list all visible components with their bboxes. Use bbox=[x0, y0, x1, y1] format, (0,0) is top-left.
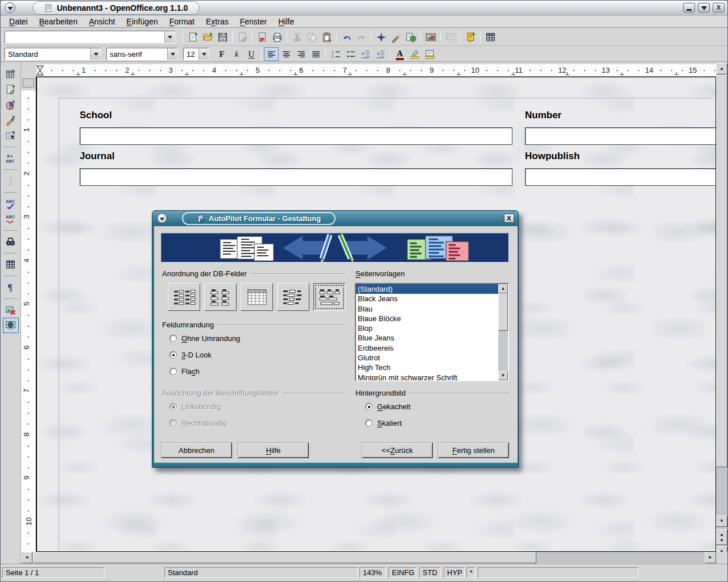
numbered-list-button[interactable]: 1.2. bbox=[328, 47, 343, 61]
bullet-list-button[interactable] bbox=[343, 47, 358, 61]
help-button[interactable]: Hilfe bbox=[238, 442, 309, 458]
export-pdf-button[interactable] bbox=[255, 30, 270, 44]
stylist-button[interactable] bbox=[388, 30, 403, 44]
minimize-icon[interactable] bbox=[683, 3, 695, 13]
insert-fields-button[interactable] bbox=[3, 82, 19, 97]
open-button[interactable] bbox=[200, 30, 215, 44]
chevron-down-icon[interactable] bbox=[164, 31, 175, 43]
bookmark-button[interactable] bbox=[463, 30, 478, 44]
insert-table-button[interactable] bbox=[3, 66, 19, 82]
insert-object-button[interactable] bbox=[3, 97, 19, 113]
paste-button[interactable] bbox=[319, 30, 334, 44]
data-sources-button[interactable] bbox=[3, 257, 19, 272]
data-sources-button[interactable] bbox=[483, 30, 498, 44]
page-style-option[interactable]: Blaue Blöcke bbox=[356, 314, 498, 323]
3-d-look-radio[interactable]: 3-D Look bbox=[169, 351, 240, 359]
previous-page-icon[interactable]: ▲▲ bbox=[716, 529, 727, 545]
window-menu-icon[interactable] bbox=[5, 2, 15, 13]
menu-hilfe[interactable]: Hilfe bbox=[272, 16, 300, 27]
status-zoom[interactable]: 143% bbox=[359, 567, 386, 578]
close-icon[interactable]: X bbox=[713, 3, 725, 13]
new-document-button[interactable] bbox=[185, 30, 200, 44]
scrollbar-thumb[interactable] bbox=[498, 293, 508, 331]
window-titlebar[interactable]: Unbenannt3 - OpenOffice.org 1.1.0 X bbox=[1, 1, 727, 15]
cancel-button[interactable]: Abbrechen bbox=[161, 442, 232, 458]
horizontal-scrollbar[interactable]: ◄ ► bbox=[21, 552, 716, 563]
form-field-journal[interactable] bbox=[80, 168, 512, 186]
menu-einf-gen[interactable]: Einfügen bbox=[121, 16, 163, 27]
flach-radio[interactable]: Flach bbox=[169, 367, 240, 376]
scroll-right-icon[interactable]: ► bbox=[705, 552, 716, 563]
page-style-option[interactable]: Blau bbox=[356, 304, 498, 314]
form-field-school[interactable] bbox=[80, 127, 512, 145]
page-style-option[interactable]: Mintgrün mit schwarzer Schrift bbox=[356, 373, 498, 380]
window-menu-icon[interactable] bbox=[157, 213, 167, 223]
align-right-button[interactable] bbox=[293, 47, 308, 61]
background-color-button[interactable] bbox=[422, 47, 437, 61]
chevron-down-icon[interactable] bbox=[90, 48, 101, 60]
vertical-scrollbar[interactable]: ▲ ▼ ▲▲ ▼▼ bbox=[716, 63, 727, 563]
scroll-down-icon[interactable]: ▼ bbox=[498, 371, 508, 380]
status-hyperlink-mode[interactable]: HYP bbox=[444, 567, 465, 578]
scroll-down-icon[interactable]: ▼ bbox=[716, 516, 727, 527]
decrease-indent-button[interactable] bbox=[358, 47, 373, 61]
menu-extras[interactable]: Extras bbox=[200, 16, 234, 27]
align-center-button[interactable] bbox=[279, 47, 293, 61]
close-icon[interactable]: X bbox=[504, 214, 514, 223]
skaliert-radio[interactable]: Skaliert bbox=[365, 419, 411, 427]
status-insert-mode[interactable]: EINFG bbox=[388, 567, 416, 578]
in-blocks-labels-above-button[interactable] bbox=[313, 283, 346, 311]
increase-indent-button[interactable] bbox=[373, 47, 387, 61]
back-button[interactable]: << Zurück bbox=[362, 442, 433, 458]
page-style-option[interactable]: Glutrot bbox=[356, 353, 498, 363]
as-data-sheet-button[interactable] bbox=[241, 283, 273, 311]
paragraph-style-combobox[interactable]: Standard bbox=[5, 48, 101, 60]
italic-button[interactable]: k bbox=[229, 47, 244, 61]
align-left-button[interactable] bbox=[264, 47, 279, 61]
bold-button[interactable]: F bbox=[214, 47, 229, 61]
print-file-button[interactable] bbox=[270, 30, 284, 44]
columnar-labels-left-button[interactable] bbox=[168, 283, 200, 311]
scrollbar-thumb[interactable] bbox=[33, 552, 536, 563]
form-functions-button[interactable] bbox=[3, 128, 19, 143]
status-template[interactable]: Standard bbox=[164, 567, 358, 578]
maximize-icon[interactable] bbox=[698, 3, 710, 13]
page-style-option[interactable]: (Standard) bbox=[356, 284, 498, 294]
horizontal-ruler[interactable]: 123456789101112131415 bbox=[21, 64, 716, 77]
online-layout-button[interactable] bbox=[3, 318, 19, 333]
dialog-titlebar[interactable]: AutoPilot Formular - Gestaltung X bbox=[152, 211, 518, 226]
form-field-howpublish[interactable] bbox=[525, 168, 716, 186]
finish-button[interactable]: Fertig stellen bbox=[438, 442, 509, 458]
scroll-up-icon[interactable]: ▲ bbox=[498, 284, 508, 293]
font-name-combobox[interactable]: sans-serif bbox=[106, 48, 178, 60]
url-combobox[interactable] bbox=[5, 31, 175, 43]
navigator-button[interactable] bbox=[374, 30, 388, 44]
gekachelt-radio[interactable]: Gekachelt bbox=[365, 402, 411, 411]
gallery-button[interactable] bbox=[423, 30, 438, 44]
tab-stop-indicator[interactable] bbox=[36, 65, 44, 77]
autotext-button[interactable]: AABC bbox=[3, 151, 19, 166]
font-size-combobox[interactable]: 12 bbox=[183, 48, 209, 60]
chevron-down-icon[interactable] bbox=[167, 48, 177, 60]
chevron-down-icon[interactable] bbox=[198, 48, 209, 60]
hyperlink-dialog-button[interactable] bbox=[403, 30, 418, 44]
page-styles-listbox[interactable]: (Standard)Black JeansBlauBlaue BlöckeBlo… bbox=[355, 283, 509, 381]
autospellcheck-button[interactable]: ABC bbox=[3, 211, 19, 227]
find-replace-button[interactable] bbox=[3, 234, 19, 250]
page-style-option[interactable]: High Tech bbox=[356, 363, 498, 372]
ohne-umrandung-radio[interactable]: Ohne Umrandung bbox=[169, 334, 240, 343]
graphics-on-off-button[interactable] bbox=[3, 302, 19, 318]
font-color-button[interactable]: A bbox=[392, 47, 407, 61]
in-blocks-labels-left-button[interactable] bbox=[277, 283, 309, 311]
menu-datei[interactable]: Datei bbox=[3, 16, 34, 27]
scrollbar-thumb[interactable] bbox=[716, 75, 727, 467]
draw-functions-button[interactable] bbox=[3, 113, 19, 128]
form-field-number[interactable] bbox=[525, 127, 716, 145]
menu-fenster[interactable]: Fenster bbox=[234, 16, 272, 27]
menu-format[interactable]: Format bbox=[164, 16, 200, 27]
listbox-scrollbar[interactable]: ▲ ▼ bbox=[498, 284, 508, 380]
underline-button[interactable]: U bbox=[244, 47, 259, 61]
highlighting-button[interactable] bbox=[407, 47, 422, 61]
scroll-up-icon[interactable]: ▲ bbox=[716, 63, 727, 74]
url-field[interactable] bbox=[8, 31, 164, 43]
